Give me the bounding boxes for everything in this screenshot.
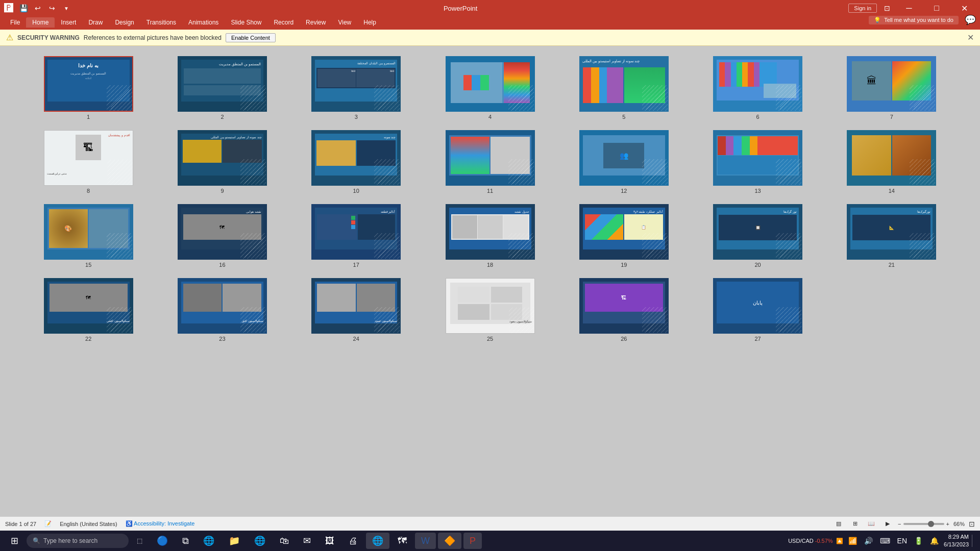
quick-redo[interactable]: ↪: [46, 2, 58, 14]
accessibility-info[interactable]: ♿ Accessibility: Investigate: [126, 520, 195, 527]
ribbon-display-button[interactable]: ⊡: [881, 2, 893, 14]
slide-thumb-12[interactable]: 👥: [579, 130, 669, 186]
mail-button[interactable]: ✉: [297, 533, 317, 549]
slide-thumb-13[interactable]: [713, 130, 802, 186]
slide-item-7[interactable]: 🏛 7: [829, 56, 954, 120]
print-button[interactable]: 🖨: [342, 533, 364, 549]
tell-me-input[interactable]: 💡 Tell me what you want to do: [869, 16, 959, 24]
slide-item-20[interactable]: تور گرک‌ها 🔲 20: [695, 204, 820, 268]
slide-item-23[interactable]: سیکولاسیون افق 23: [159, 278, 285, 342]
search-box[interactable]: 🔍 Type here to search: [27, 534, 129, 548]
slide-thumb-23[interactable]: سیکولاسیون افق: [178, 278, 267, 334]
chrome-button[interactable]: 🌐: [248, 533, 272, 549]
slide-item-17[interactable]: آنالیز قطعه 17: [293, 204, 419, 268]
tab-slideshow[interactable]: Slide Show: [225, 17, 267, 28]
sign-in-button[interactable]: Sign in: [848, 4, 877, 13]
slide-item-18[interactable]: جدول نقشه 18: [427, 204, 553, 268]
slide-item-2[interactable]: المستمو بن المتطق مدیریت 2: [159, 56, 285, 120]
task-view-button[interactable]: ⬚: [131, 533, 149, 549]
chrome-running[interactable]: 🌐: [366, 533, 389, 549]
slide-item-1[interactable]: به نام خدا المستمو بن المتطق مدیریت کنکت…: [26, 56, 151, 120]
slide-thumb-19[interactable]: آنالیز عملکرد طبقه ۲و۳ 📋: [579, 204, 669, 260]
tab-file[interactable]: File: [4, 17, 26, 28]
edge-button[interactable]: 🌐: [197, 533, 220, 549]
start-button[interactable]: ⊞: [4, 531, 24, 551]
slide-item-21[interactable]: تورگیرک‌ها 📐 21: [829, 204, 954, 268]
fit-slide-button[interactable]: ⊡: [969, 520, 975, 528]
slide-item-12[interactable]: 👥 12: [561, 130, 687, 194]
slide-item-9[interactable]: چند نمونه از تصاویر استیستو بین المللی 9: [159, 130, 285, 194]
powerpoint-running[interactable]: P: [463, 533, 482, 549]
comments-button[interactable]: 💬: [965, 14, 976, 26]
reading-view-button[interactable]: 📖: [865, 518, 877, 530]
tab-insert[interactable]: Insert: [55, 17, 82, 28]
zoom-out-button[interactable]: −: [898, 521, 901, 527]
slide-item-22[interactable]: 🗺 سیکولاسیون افقی 22: [26, 278, 151, 342]
slide-thumb-18[interactable]: جدول نقشه: [446, 204, 535, 260]
maps-button[interactable]: 🗺: [391, 533, 413, 549]
zoom-slider[interactable]: [903, 523, 944, 525]
quick-save[interactable]: 💾: [17, 2, 30, 14]
notification-icon[interactable]: 🔔: [928, 536, 941, 546]
slide-item-26[interactable]: 🏗 26: [561, 278, 687, 342]
tab-record[interactable]: Record: [267, 17, 300, 28]
slide-item-13[interactable]: 13: [695, 130, 820, 194]
slide-thumb-16[interactable]: نقشه هوایی 🗺: [178, 204, 267, 260]
slide-thumb-10[interactable]: چند نمونه: [311, 130, 401, 186]
tab-design[interactable]: Design: [109, 17, 140, 28]
slide-thumb-15[interactable]: 🎨: [44, 204, 133, 260]
slide-item-3[interactable]: المستمرو بين البلدان المختلفة text text …: [293, 56, 419, 120]
word-running[interactable]: W: [415, 533, 436, 549]
slide-thumb-21[interactable]: تورگیرک‌ها 📐: [847, 204, 936, 260]
slide-item-27[interactable]: پایان 27: [695, 278, 820, 342]
slide-thumb-2[interactable]: المستمو بن المتطق مدیریت: [178, 56, 267, 112]
tab-draw[interactable]: Draw: [82, 17, 109, 28]
security-bar-close[interactable]: ✕: [967, 33, 974, 42]
slide-item-11[interactable]: 11: [427, 130, 553, 194]
tab-animations[interactable]: Animations: [182, 17, 225, 28]
tab-transitions[interactable]: Transitions: [140, 17, 182, 28]
quick-customize[interactable]: ▼: [60, 2, 72, 14]
slide-sorter-button[interactable]: ⊞: [849, 518, 861, 530]
network-icon[interactable]: 📶: [846, 536, 859, 546]
quick-undo[interactable]: ↩: [32, 2, 44, 14]
slide-item-8[interactable]: 🏗 اقدم و پیشقدمان متنی در این قسمت 8: [26, 130, 151, 194]
slide-thumb-17[interactable]: آنالیز قطعه: [311, 204, 401, 260]
slide-item-25[interactable]: سیکولاسیون معود 25: [427, 278, 553, 342]
file-explorer-button[interactable]: 📁: [223, 533, 246, 549]
volume-icon[interactable]: 🔊: [862, 536, 875, 546]
slide-thumb-26[interactable]: 🏗: [579, 278, 669, 334]
show-desktop-button[interactable]: [972, 535, 976, 547]
slide-thumb-25[interactable]: سیکولاسیون معود: [446, 278, 535, 334]
battery-icon[interactable]: 🔋: [912, 536, 925, 546]
zoom-in-button[interactable]: +: [946, 521, 949, 527]
slide-thumb-20[interactable]: تور گرک‌ها 🔲: [713, 204, 802, 260]
taskbar-multitasking[interactable]: ⧉: [176, 533, 195, 549]
show-hidden-icons[interactable]: 🔼: [836, 538, 843, 544]
tab-view[interactable]: View: [332, 17, 357, 28]
slide-item-10[interactable]: چند نمونه 10: [293, 130, 419, 194]
slide-thumb-8[interactable]: 🏗 اقدم و پیشقدمان متنی در این قسمت: [44, 130, 133, 186]
normal-view-button[interactable]: ▤: [832, 518, 845, 530]
slide-thumb-14[interactable]: [847, 130, 936, 186]
slideshow-button[interactable]: ▶: [881, 518, 894, 530]
vlc-running[interactable]: 🔶: [438, 533, 461, 549]
system-clock[interactable]: 8:29 AM 6/13/2023: [944, 533, 969, 549]
slide-thumb-22[interactable]: 🗺 سیکولاسیون افقی: [44, 278, 133, 334]
slide-item-14[interactable]: 14: [829, 130, 954, 194]
zoom-level[interactable]: 66%: [953, 521, 965, 527]
slide-thumb-27[interactable]: پایان: [713, 278, 802, 334]
tab-help[interactable]: Help: [357, 17, 382, 28]
slide-item-6[interactable]: 6: [695, 56, 820, 120]
slide-thumb-7[interactable]: 🏛: [847, 56, 936, 112]
store-button[interactable]: 🛍: [274, 533, 295, 549]
tab-home[interactable]: Home: [26, 17, 55, 28]
slide-item-15[interactable]: 🎨 15: [26, 204, 151, 268]
tab-review[interactable]: Review: [300, 17, 332, 28]
slide-thumb-5[interactable]: چند نمونه از تصاویر استیستو بین المللی: [579, 56, 669, 112]
photos-button[interactable]: 🖼: [319, 533, 340, 549]
slide-thumb-6[interactable]: [713, 56, 802, 112]
slide-item-24[interactable]: سیکولاسیون عمود 24: [293, 278, 419, 342]
slide-item-19[interactable]: آنالیز عملکرد طبقه ۲و۳ 📋 19: [561, 204, 687, 268]
notes-button[interactable]: 📝: [44, 520, 52, 527]
